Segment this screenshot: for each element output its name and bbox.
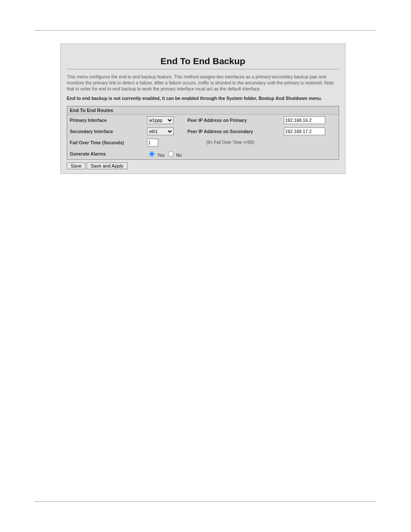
row-alarms: Generate Alarms Yes No — [67, 148, 339, 159]
save-button[interactable]: Save — [67, 162, 85, 169]
peer-secondary-input[interactable] — [284, 128, 325, 135]
alarms-yes-radio[interactable] — [149, 151, 155, 157]
primary-interface-label: Primary Interface — [70, 118, 145, 123]
failover-input[interactable] — [147, 139, 158, 146]
alarms-label: Generate Alarms — [70, 151, 145, 156]
page-title: End To End Backup — [66, 44, 340, 69]
routes-header: End To End Routes — [67, 106, 339, 115]
save-apply-button[interactable]: Save and Apply — [87, 162, 127, 169]
peer-secondary-label: Peer IP Address on Secondary — [187, 129, 282, 134]
peer-primary-label: Peer IP Address on Primary — [187, 118, 282, 123]
row-secondary-interface: Secondary Interface eth1 Peer IP Address… — [67, 126, 339, 137]
alarms-yes-label: Yes — [157, 152, 165, 158]
alarms-no-radio[interactable] — [168, 151, 174, 157]
row-primary-interface: Primary Interface w1ppp Peer IP Address … — [67, 115, 339, 126]
bottom-rule — [34, 501, 377, 502]
enable-note: End to end backup is not currently enabl… — [61, 95, 345, 104]
config-panel: End To End Backup This menu configures t… — [60, 44, 346, 174]
button-row: Save Save and Apply — [67, 162, 339, 169]
row-failover: Fail Over Time (Seconds) (0< Fail Over T… — [67, 137, 339, 148]
secondary-interface-label: Secondary Interface — [70, 129, 145, 134]
failover-hint: (0< Fail Over Time <=60) — [187, 140, 336, 145]
failover-label: Fail Over Time (Seconds) — [70, 140, 145, 145]
alarms-no-label: No — [176, 152, 182, 158]
top-rule — [34, 30, 377, 31]
primary-interface-select[interactable]: w1ppp — [147, 116, 174, 124]
intro-text: This menu configures the end to end back… — [61, 72, 345, 95]
peer-primary-input[interactable] — [284, 116, 325, 124]
secondary-interface-select[interactable]: eth1 — [147, 128, 174, 135]
routes-table: End To End Routes Primary Interface w1pp… — [67, 106, 339, 160]
